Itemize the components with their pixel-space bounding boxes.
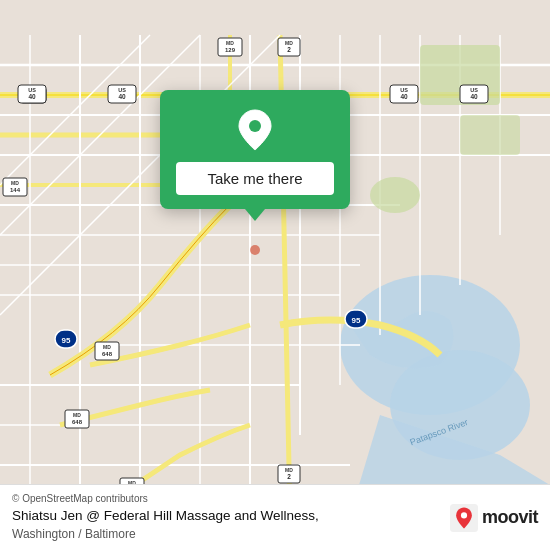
osm-credit: © OpenStreetMap contributors	[12, 493, 319, 504]
svg-text:95: 95	[352, 316, 361, 325]
svg-point-78	[249, 120, 261, 132]
place-region: Washington / Baltimore	[12, 527, 136, 541]
place-name: Shiatsu Jen @ Federal Hill Massage and W…	[12, 508, 319, 523]
svg-text:648: 648	[102, 351, 113, 357]
svg-point-80	[461, 512, 467, 518]
svg-text:95: 95	[62, 336, 71, 345]
svg-point-36	[370, 177, 420, 213]
map-background: US US 40 US 40 US 40 US 40 MD 129 MD 2 M…	[0, 0, 550, 550]
svg-text:40: 40	[400, 93, 408, 100]
svg-text:648: 648	[72, 419, 83, 425]
map-container: US US 40 US 40 US 40 US 40 MD 129 MD 2 M…	[0, 0, 550, 550]
svg-text:129: 129	[225, 47, 236, 53]
moovit-logo: moovit	[450, 504, 538, 532]
svg-text:40: 40	[118, 93, 126, 100]
svg-text:MD: MD	[226, 40, 234, 46]
place-info: Shiatsu Jen @ Federal Hill Massage and W…	[12, 506, 319, 542]
moovit-text: moovit	[482, 507, 538, 528]
svg-rect-35	[460, 115, 520, 155]
svg-text:MD: MD	[73, 412, 81, 418]
svg-text:2: 2	[287, 473, 291, 480]
svg-text:40: 40	[28, 93, 36, 100]
svg-point-77	[250, 245, 260, 255]
take-me-there-button[interactable]: Take me there	[176, 162, 334, 195]
popup-card: Take me there	[160, 90, 350, 209]
location-icon	[233, 108, 277, 152]
moovit-icon	[450, 504, 478, 532]
svg-text:MD: MD	[11, 180, 19, 186]
svg-text:40: 40	[470, 93, 478, 100]
bottom-bar: © OpenStreetMap contributors Shiatsu Jen…	[0, 484, 550, 550]
svg-text:MD: MD	[103, 344, 111, 350]
bottom-left: © OpenStreetMap contributors Shiatsu Jen…	[12, 493, 319, 542]
svg-text:144: 144	[10, 187, 21, 193]
svg-text:2: 2	[287, 46, 291, 53]
